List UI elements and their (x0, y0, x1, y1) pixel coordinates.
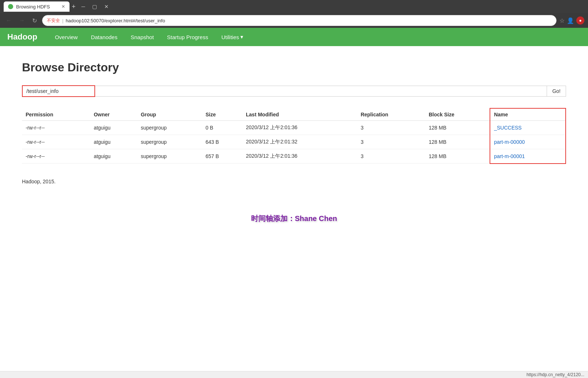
col-header-owner: Owner (90, 108, 137, 121)
cell-replication-1: 3 (357, 135, 425, 149)
cell-replication-2: 3 (357, 149, 425, 164)
cell-size-2: 657 B (202, 149, 242, 164)
col-header-block-size: Block Size (425, 108, 490, 121)
url-divider: | (62, 18, 63, 23)
minimize-button[interactable]: ─ (79, 4, 88, 10)
back-button[interactable]: ← (4, 16, 14, 25)
cell-owner-0: atguigu (90, 121, 137, 135)
browser-chrome: Browsing HDFS ✕ + ─ ▢ ✕ ← → ↻ 不安全 | hado… (0, 0, 588, 28)
browser-tab[interactable]: Browsing HDFS ✕ (4, 1, 70, 12)
navbar-brand[interactable]: Hadoop (7, 32, 37, 42)
cell-modified-2: 2020/3/12 上午2:01:36 (242, 149, 357, 164)
bookmark-button[interactable]: ☆ (559, 17, 565, 24)
path-input[interactable] (22, 85, 95, 97)
cell-name-2: part-m-00001 (490, 149, 566, 164)
table-row: -rw-r--r-- atguigu supergroup 0 B 2020/3… (22, 121, 566, 135)
col-header-group: Group (137, 108, 202, 121)
cell-owner-1: atguigu (90, 135, 137, 149)
cell-permission-1: -rw-r--r-- (22, 135, 90, 149)
cell-group-0: supergroup (137, 121, 202, 135)
window-controls: ─ ▢ ✕ (79, 4, 112, 10)
col-header-size: Size (202, 108, 242, 121)
security-indicator: 不安全 (47, 18, 60, 24)
table-row: -rw-r--r-- atguigu supergroup 643 B 2020… (22, 135, 566, 149)
browser-actions: ☆ 👤 ● (559, 16, 584, 25)
cell-blocksize-0: 128 MB (425, 121, 490, 135)
cell-blocksize-1: 128 MB (425, 135, 490, 149)
forward-button[interactable]: → (17, 16, 27, 25)
cell-blocksize-2: 128 MB (425, 149, 490, 164)
cell-modified-1: 2020/3/12 上午2:01:32 (242, 135, 357, 149)
reload-button[interactable]: ↻ (30, 16, 39, 25)
path-input-extension[interactable] (95, 86, 547, 97)
page-title: Browse Directory (22, 61, 566, 74)
nav-datanodes[interactable]: Datanodes (84, 28, 124, 46)
col-header-name: Name (490, 108, 566, 121)
profile-button[interactable]: 👤 (567, 17, 574, 24)
directory-table-wrapper: Permission Owner Group Size Last Modifie… (22, 108, 566, 164)
cell-modified-0: 2020/3/12 上午2:01:36 (242, 121, 357, 135)
cell-replication-0: 3 (357, 121, 425, 135)
table-row: -rw-r--r-- atguigu supergroup 657 B 2020… (22, 149, 566, 164)
cell-permission-2: -rw-r--r-- (22, 149, 90, 164)
browser-titlebar: Browsing HDFS ✕ + ─ ▢ ✕ (0, 0, 588, 13)
name-link-part0[interactable]: part-m-00000 (494, 139, 525, 145)
tab-title: Browsing HDFS (16, 4, 50, 10)
nav-startup-progress[interactable]: Startup Progress (160, 28, 215, 46)
cell-name-0: _SUCCESS (490, 121, 566, 135)
navbar: Hadoop Overview Datanodes Snapshot Start… (0, 28, 588, 46)
table-header-row: Permission Owner Group Size Last Modifie… (22, 108, 566, 121)
cell-group-2: supergroup (137, 149, 202, 164)
watermark: 时间轴添加：Shane Chen (22, 214, 566, 224)
path-form: Go! (22, 85, 566, 97)
extension-button[interactable]: ● (576, 16, 584, 25)
url-text: hadoop102:50070/explorer.html#/test/user… (65, 18, 165, 23)
browser-controls: ← → ↻ 不安全 | hadoop102:50070/explorer.htm… (0, 13, 588, 28)
watermark-text: 时间轴添加：Shane Chen (251, 214, 337, 222)
utilities-label: Utilities (221, 34, 239, 40)
nav-utilities[interactable]: Utilities ▾ (215, 28, 250, 46)
name-link-part1[interactable]: part-m-00001 (494, 153, 525, 159)
nav-snapshot[interactable]: Snapshot (124, 28, 160, 46)
footer-text: Hadoop, 2015. (22, 179, 56, 184)
cell-owner-2: atguigu (90, 149, 137, 164)
tab-close-button[interactable]: ✕ (61, 4, 65, 9)
close-button[interactable]: ✕ (101, 4, 112, 10)
main-content: Browse Directory Go! Permission Owner Gr… (0, 46, 588, 266)
page-footer: Hadoop, 2015. (22, 179, 566, 184)
new-tab-button[interactable]: + (72, 3, 76, 11)
cell-permission-0: -rw-r--r-- (22, 121, 90, 135)
cell-size-1: 643 B (202, 135, 242, 149)
cell-group-1: supergroup (137, 135, 202, 149)
cell-name-1: part-m-00000 (490, 135, 566, 149)
cell-size-0: 0 B (202, 121, 242, 135)
col-header-permission: Permission (22, 108, 90, 121)
address-bar[interactable]: 不安全 | hadoop102:50070/explorer.html#/tes… (42, 15, 557, 26)
go-button[interactable]: Go! (547, 86, 566, 97)
dropdown-chevron-icon: ▾ (240, 34, 243, 40)
directory-table: Permission Owner Group Size Last Modifie… (22, 108, 566, 164)
navbar-links: Overview Datanodes Snapshot Startup Prog… (48, 28, 250, 46)
nav-overview[interactable]: Overview (48, 28, 85, 46)
name-link-success[interactable]: _SUCCESS (494, 125, 521, 131)
col-header-replication: Replication (357, 108, 425, 121)
maximize-button[interactable]: ▢ (89, 4, 100, 10)
col-header-last-modified: Last Modified (242, 108, 357, 121)
tab-favicon (8, 4, 13, 9)
